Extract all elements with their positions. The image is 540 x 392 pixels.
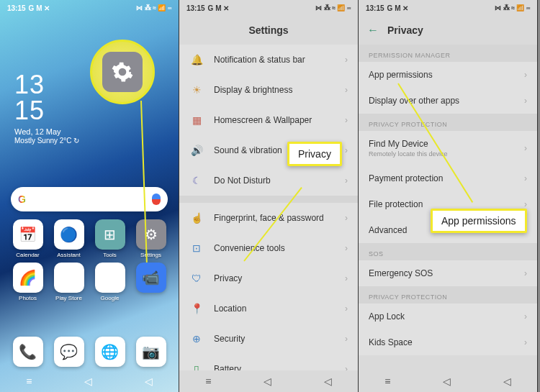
phone-home: 13:15 G M ✕ ⋈ ⁂ ≈ 📶 ⎓ 13 15 Wed, 12 May … — [0, 0, 179, 392]
privacy-title: Privacy — [387, 24, 423, 36]
dock-item[interactable]: 📞 — [7, 337, 48, 367]
app-item[interactable]: 📹 — [130, 263, 171, 301]
dock: 📞💬🌐📷 — [7, 337, 171, 367]
settings-highlight-circle — [90, 40, 155, 104]
chevron-right-icon: › — [524, 268, 527, 278]
row-icon: ⊕ — [189, 332, 204, 346]
settings-row[interactable]: ▯ Battery › — [179, 354, 358, 370]
nav-back-icon[interactable]: ◁ — [503, 375, 511, 387]
nav-home-icon[interactable]: ◁ — [264, 375, 271, 387]
status-bar: 13:15 G M ✕ ⋈ ⁂ ≈ 📶 ⎓ — [179, 0, 358, 16]
nav-recent-icon[interactable]: ≡ — [26, 375, 32, 387]
privacy-row[interactable]: App permissions › — [359, 62, 537, 88]
app-label: Photos — [19, 295, 37, 301]
settings-row[interactable]: ▦ Homescreen & Wallpaper › — [179, 105, 358, 135]
google-logo-icon: G — [18, 193, 26, 205]
back-arrow-icon[interactable]: ← — [367, 24, 379, 37]
settings-row[interactable]: 📍 Location › — [179, 293, 358, 324]
privacy-list[interactable]: PERMISSION MANAGERApp permissions ›Displ… — [359, 45, 537, 370]
settings-row[interactable]: ☾ Do Not Disturb › — [179, 165, 358, 196]
status-bar: 13:15 G M ✕ ⋈ ⁂ ≈ 📶 ⎓ — [0, 0, 179, 16]
chevron-right-icon: › — [345, 115, 348, 125]
app-tile: G — [95, 263, 125, 293]
app-tile: ▶ — [54, 263, 84, 293]
chevron-right-icon: › — [345, 85, 348, 95]
row-label: Advanced — [369, 225, 407, 235]
chevron-right-icon: › — [345, 334, 348, 344]
row-label: Homescreen & Wallpaper — [214, 115, 312, 125]
mic-icon[interactable] — [152, 193, 161, 205]
settings-row[interactable]: ☀ Display & brightness › — [179, 75, 358, 105]
settings-list[interactable]: 🔔 Notification & status bar ›☀ Display &… — [179, 45, 358, 370]
nav-bar: ≡ ◁ ◁ — [0, 370, 179, 392]
chevron-right-icon: › — [524, 199, 527, 209]
row-label: File protection — [369, 199, 423, 209]
app-tile: ⊞ — [95, 219, 125, 250]
app-play store[interactable]: ▶ Play Store — [48, 263, 89, 301]
app-permissions-highlight-label: App permissions — [441, 215, 516, 227]
app-tile: 📞 — [13, 337, 43, 367]
settings-row[interactable]: ⊡ Convenience tools › — [179, 233, 358, 263]
row-icon: ☀ — [189, 83, 204, 97]
app-photos[interactable]: 🌈 Photos — [7, 263, 48, 301]
privacy-row[interactable]: Find My DeviceRemotely locate this devic… — [359, 131, 537, 165]
status-time: 13:15 — [186, 4, 205, 12]
chevron-right-icon: › — [524, 96, 527, 106]
app-tile: 📅 — [13, 219, 43, 250]
gear-icon — [102, 52, 143, 92]
privacy-row[interactable]: App Lock › — [359, 304, 537, 329]
status-icons-left: G M ✕ — [29, 4, 50, 12]
status-icons-right: ⋈ ⁂ ≈ 📶 ⎓ — [495, 4, 530, 12]
chevron-right-icon: › — [345, 55, 348, 65]
row-label: Do Not Disturb — [214, 176, 271, 186]
dock-item[interactable]: 💬 — [48, 337, 89, 367]
settings-row[interactable]: 🔔 Notification & status bar › — [179, 45, 358, 75]
privacy-highlight-label: Privacy — [298, 148, 331, 160]
nav-home-icon[interactable]: ◁ — [443, 375, 451, 387]
settings-row[interactable]: 🛡 Privacy › — [179, 263, 358, 293]
row-label: Location — [214, 304, 246, 314]
row-label: Emergency SOS — [369, 268, 433, 278]
nav-recent-icon[interactable]: ≡ — [384, 375, 390, 387]
row-icon: 🔔 — [189, 53, 204, 67]
row-label: App Lock — [369, 311, 405, 322]
app-tile: 🌈 — [13, 263, 43, 293]
nav-home-icon[interactable]: ◁ — [84, 375, 92, 387]
app-tile: 💬 — [54, 337, 84, 367]
chevron-right-icon: › — [524, 173, 527, 183]
nav-back-icon[interactable]: ◁ — [145, 375, 153, 387]
app-label: Play Store — [55, 295, 82, 301]
privacy-row[interactable]: Display over other apps › — [359, 88, 537, 114]
app-label: Settings — [140, 252, 161, 258]
app-assistant[interactable]: 🔵 Assistant — [48, 219, 89, 258]
dock-item[interactable]: 🌐 — [89, 337, 130, 367]
row-label: Payment protection — [369, 173, 443, 183]
status-icons-right: ⋈ ⁂ ≈ 📶 ⎓ — [136, 4, 171, 12]
status-icons-right: ⋈ ⁂ ≈ 📶 ⎓ — [315, 4, 351, 12]
clock-minute: 15 — [14, 98, 79, 124]
app-calendar[interactable]: 📅 Calendar — [7, 219, 48, 258]
app-label: Assistant — [57, 252, 80, 258]
app-tools[interactable]: ⊞ Tools — [89, 219, 130, 258]
nav-back-icon[interactable]: ◁ — [324, 375, 332, 387]
clock-widget[interactable]: 13 15 Wed, 12 May Mostly Sunny 2°C ↻ — [14, 72, 79, 145]
privacy-highlight: Privacy — [287, 142, 342, 166]
chevron-right-icon: › — [524, 143, 527, 153]
row-icon: 🛡 — [189, 271, 204, 286]
chevron-right-icon: › — [345, 243, 348, 253]
app-tile: 🔵 — [54, 219, 84, 250]
row-label: Display over other apps — [369, 96, 459, 106]
app-label: Calendar — [16, 252, 39, 258]
chevron-right-icon: › — [524, 70, 527, 80]
privacy-row[interactable]: Payment protection › — [359, 165, 537, 191]
chevron-right-icon: › — [345, 364, 348, 370]
nav-recent-icon[interactable]: ≡ — [205, 375, 211, 387]
app-google[interactable]: G Google — [89, 263, 130, 301]
privacy-row[interactable]: Emergency SOS › — [359, 260, 537, 286]
app-settings[interactable]: ⚙ Settings — [130, 219, 171, 258]
status-time: 13:15 — [366, 4, 384, 12]
app-tile: 📹 — [136, 263, 166, 293]
dock-item[interactable]: 📷 — [130, 337, 171, 367]
settings-row[interactable]: ⊕ Security › — [179, 324, 358, 354]
privacy-row[interactable]: Kids Space › — [359, 329, 537, 355]
